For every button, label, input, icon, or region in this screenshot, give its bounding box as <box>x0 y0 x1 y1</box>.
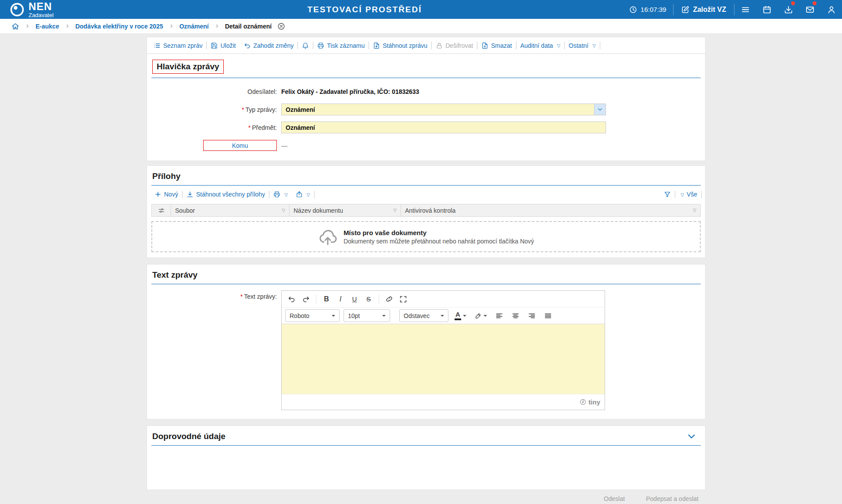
message-type-label: *Typ zprávy: <box>147 106 277 113</box>
link-button[interactable] <box>383 293 396 306</box>
dropzone-subtitle: Dokumenty sem můžete přetáhnout nebo nah… <box>344 238 534 245</box>
editor-statusbar: tiny <box>282 394 605 410</box>
column-header-soubor[interactable]: Soubor ▽ <box>171 204 290 216</box>
attachments-toolbar: Nový Stáhnout všechny přílohy ▽ ▽ <box>147 186 705 202</box>
required-marker: * <box>240 293 243 300</box>
breadcrumb: E-aukce Dodávka elektřiny v roce 2025 Oz… <box>0 19 842 34</box>
tiny-brand: tiny <box>588 398 600 406</box>
messages-button[interactable] <box>799 0 821 19</box>
top-bar: NEN Zadavatel TESTOVACÍ PROSTŘEDÍ 16:07:… <box>0 0 842 19</box>
font-color-icon: A <box>455 311 461 320</box>
filter-dropdown-icon[interactable]: ▽ <box>393 208 397 213</box>
message-type-select[interactable]: Oznámení <box>281 104 606 115</box>
nen-logo[interactable]: NEN Zadavatel <box>10 0 54 19</box>
bold-button[interactable]: B <box>320 293 333 306</box>
filter-dropdown-icon[interactable]: ▽ <box>282 208 285 213</box>
sender-value: Felix Okátý - Zadavatel příručka, IČO: 0… <box>281 88 419 95</box>
chevron-down-icon: ▽ <box>557 43 560 48</box>
highlight-color-button[interactable] <box>473 309 489 322</box>
print-record-button[interactable]: Tisk záznamu <box>313 42 369 49</box>
undo-button[interactable] <box>285 293 298 306</box>
document-delete-icon <box>481 42 488 49</box>
printer-icon <box>317 42 324 49</box>
notifications-button[interactable] <box>298 42 313 49</box>
chevron-down-icon: ▽ <box>284 193 288 197</box>
view-all-button[interactable]: ▽ Vše <box>675 191 701 198</box>
discard-changes-button[interactable]: Zahodit změny <box>240 42 298 49</box>
chevron-right-icon <box>215 24 219 29</box>
text-color-button[interactable]: A <box>452 309 469 322</box>
chevron-down-icon <box>597 107 603 112</box>
font-size-select[interactable]: 10pt <box>344 309 390 322</box>
align-center-button[interactable] <box>509 309 522 322</box>
home-button[interactable] <box>11 22 19 30</box>
chevron-right-icon <box>65 24 70 29</box>
breadcrumb-item-eaukce[interactable]: E-aukce <box>36 23 59 30</box>
message-detail-card: Seznam zpráv Uložit Zahodit změny Tisk z… <box>147 37 706 161</box>
new-attachment-button[interactable]: Nový <box>150 191 182 198</box>
column-header-antivirova-kontrola[interactable]: Antivirová kontrola ▽ <box>401 204 700 216</box>
close-detail-button[interactable] <box>277 22 285 30</box>
audit-data-button[interactable]: Auditní data ▽ <box>516 42 564 49</box>
sender-label: Odesílatel: <box>147 88 277 95</box>
file-dropzone[interactable]: Místo pro vaše dokumenty Dokumenty sem m… <box>151 221 701 252</box>
section-title-text-zpravy: Text zprávy <box>152 270 197 280</box>
message-type-value: Oznámení <box>286 106 315 113</box>
logo-subtitle: Zadavatel <box>29 12 54 18</box>
downloads-button[interactable] <box>778 0 799 19</box>
separator <box>379 295 379 304</box>
recipients-row: Komu — <box>147 136 705 154</box>
chevron-down-icon <box>441 315 444 318</box>
filter-button[interactable] <box>660 191 675 198</box>
accompanying-data-card: Doprovodné údaje <box>147 425 706 490</box>
subject-input[interactable]: Oznámení <box>281 122 606 133</box>
underline-button[interactable]: U <box>348 293 361 306</box>
to-button[interactable]: Komu <box>203 140 277 151</box>
subject-value: Oznámení <box>286 124 315 131</box>
strikethrough-button[interactable]: S <box>362 293 375 306</box>
print-attachments-button[interactable]: ▽ <box>269 191 292 198</box>
nen-logo-icon <box>10 2 25 17</box>
plus-icon <box>154 191 161 198</box>
sign-and-send-button[interactable]: Podepsat a odeslat <box>646 495 699 502</box>
align-left-button[interactable] <box>493 309 505 322</box>
download-message-button[interactable]: Stáhnout zprávu <box>369 42 431 49</box>
export-attachments-button[interactable]: ▽ <box>292 191 314 198</box>
breadcrumb-item-zakazka[interactable]: Dodávka elektřiny v roce 2025 <box>75 23 163 30</box>
italic-button[interactable]: I <box>334 293 347 306</box>
breadcrumb-item-oznameni[interactable]: Oznámení <box>179 23 209 30</box>
align-right-button[interactable] <box>526 309 538 322</box>
create-vz-button[interactable]: Založit VZ <box>674 6 734 14</box>
hamburger-icon <box>741 5 750 14</box>
align-justify-button[interactable] <box>542 309 554 322</box>
required-marker: * <box>248 124 251 131</box>
redo-button[interactable] <box>299 293 312 306</box>
undo-icon <box>244 42 251 49</box>
font-family-select[interactable]: Roboto <box>285 309 340 322</box>
main-content: Seznam zpráv Uložit Zahodit změny Tisk z… <box>147 34 706 502</box>
other-button[interactable]: Ostatní ▽ <box>565 42 600 49</box>
editor-toolbar-row1: B I U S <box>282 291 605 307</box>
attachments-card: Přílohy Nový Stáhnout všechny přílohy ▽ … <box>147 165 706 258</box>
fullscreen-button[interactable] <box>397 293 410 306</box>
save-button[interactable]: Uložit <box>207 42 240 49</box>
profile-button[interactable] <box>821 0 842 19</box>
accompanying-data-body <box>147 446 705 490</box>
menu-button[interactable] <box>735 0 756 19</box>
delete-button[interactable]: Smazat <box>477 42 516 49</box>
filter-dropdown-icon[interactable]: ▽ <box>693 208 696 213</box>
send-button[interactable]: Odeslat <box>604 495 625 502</box>
separator <box>701 191 702 198</box>
dropdown-open-button[interactable] <box>594 104 606 115</box>
block-format-select[interactable]: Odstavec <box>399 309 448 322</box>
column-settings-button[interactable] <box>152 204 171 216</box>
download-icon <box>186 191 193 198</box>
column-header-nazev-dokumentu[interactable]: Název dokumentu ▽ <box>290 204 401 216</box>
editor-content-area[interactable] <box>282 324 605 394</box>
calendar-button[interactable] <box>756 0 778 19</box>
download-all-attachments-button[interactable]: Stáhnout všechny přílohy <box>183 191 269 198</box>
editor-toolbar-row2: Roboto 10pt Odstavec A <box>282 307 605 324</box>
message-list-button[interactable]: Seznam zpráv <box>150 42 206 49</box>
collapse-chevron-icon[interactable] <box>687 432 696 441</box>
close-circle-icon <box>277 22 285 30</box>
